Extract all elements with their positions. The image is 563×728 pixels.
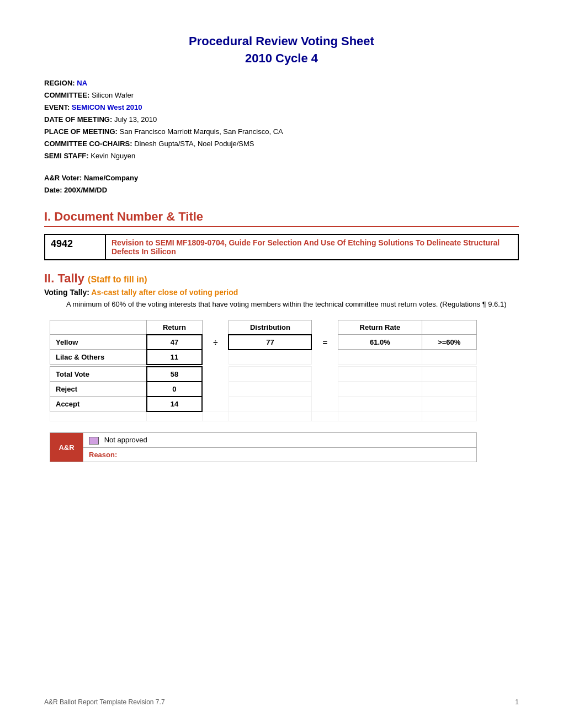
table-row: Reject 0 bbox=[50, 382, 477, 397]
tally-table: Return Distribution Return Rate Yellow 4… bbox=[50, 320, 477, 422]
col-return: Return bbox=[147, 320, 202, 335]
footer-left: A&R Ballot Report Template Revision 7.7 bbox=[44, 698, 165, 706]
tally-sub: (Staff to fill in) bbox=[88, 275, 147, 284]
committee-value: Silicon Wafer bbox=[92, 91, 134, 99]
voting-tally-label: Voting Tally: As-cast tally after close … bbox=[44, 288, 519, 297]
cochairs-value: Dinesh Gupta/STA, Noel Poduje/SMS bbox=[134, 140, 254, 148]
date-value: July 13, 2010 bbox=[114, 115, 157, 124]
table-row: Yellow 47 ÷ 77 = 61.0% >=60% bbox=[50, 335, 477, 350]
ar-reason-cell: Reason: bbox=[83, 448, 477, 462]
doc-title: Revision to SEMI MF1809-0704, Guide For … bbox=[105, 234, 518, 260]
region-value: NA bbox=[77, 79, 87, 87]
cochairs-label: COMMITTEE CO-CHAIRS: bbox=[44, 140, 132, 148]
committee-label: COMMITTEE: bbox=[44, 91, 89, 99]
ar-reason-label: Reason: bbox=[89, 451, 117, 459]
tally-desc: A minimum of 60% of the voting interests… bbox=[66, 299, 519, 310]
page-title: Procedural Review Voting Sheet 2010 Cycl… bbox=[44, 33, 519, 67]
col-threshold bbox=[422, 320, 476, 335]
staff-label: SEMI STAFF: bbox=[44, 152, 89, 160]
region-label: REGION: bbox=[44, 79, 75, 87]
staff-value: Kevin Nguyen bbox=[91, 152, 135, 160]
footer-right: 1 bbox=[515, 698, 519, 706]
voter-block: A&R Voter: Name/Company Date: 200X/MM/DD bbox=[44, 172, 519, 196]
section-i-heading: I. Document Number & Title bbox=[44, 210, 519, 227]
voter-date: Date: 200X/MM/DD bbox=[44, 184, 519, 196]
date-label: DATE OF MEETING: bbox=[44, 115, 112, 124]
ar-status: Not approved bbox=[104, 436, 147, 444]
footer: A&R Ballot Report Template Revision 7.7 … bbox=[44, 698, 519, 706]
table-row bbox=[50, 411, 477, 421]
meta-block: REGION: NA COMMITTEE: Silicon Wafer EVEN… bbox=[44, 77, 519, 163]
ar-status-cell: Not approved bbox=[83, 433, 477, 448]
table-row: Accept 14 bbox=[50, 397, 477, 411]
section-ii-heading: II. Tally (Staff to fill in) bbox=[44, 271, 519, 286]
event-label: EVENT: bbox=[44, 103, 70, 111]
ar-checkbox bbox=[89, 437, 99, 445]
table-row: Total Vote 58 bbox=[50, 367, 477, 382]
ar-table: A&R Not approved Reason: bbox=[50, 432, 477, 462]
table-row: Lilac & Others 11 bbox=[50, 350, 477, 365]
col-returnrate: Return Rate bbox=[338, 320, 422, 335]
place-value: San Francisco Marriott Marquis, San Fran… bbox=[120, 127, 283, 136]
col-distribution: Distribution bbox=[229, 320, 311, 335]
doc-number: 4942 bbox=[45, 234, 105, 260]
voter-label: A&R Voter: Name/Company bbox=[44, 172, 519, 184]
place-label: PLACE OF MEETING: bbox=[44, 127, 118, 136]
event-value: SEMICON West 2010 bbox=[72, 103, 142, 111]
document-table: 4942 Revision to SEMI MF1809-0704, Guide… bbox=[44, 234, 519, 260]
ar-label: A&R bbox=[50, 433, 83, 462]
